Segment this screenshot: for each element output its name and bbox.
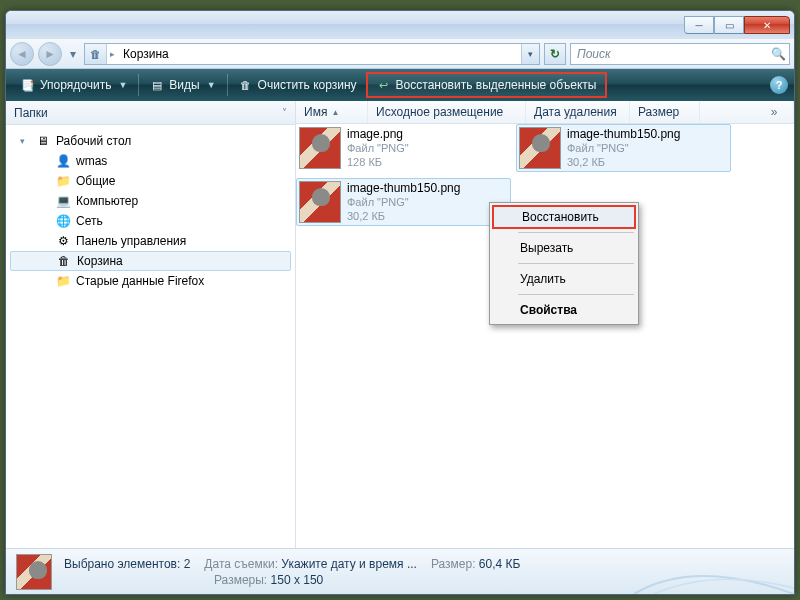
address-bar[interactable]: 🗑 ▸ Корзина ▾ [84, 43, 540, 65]
back-button[interactable]: ◄ [10, 42, 34, 66]
file-type: Файл "PNG" [567, 141, 680, 155]
selection-thumbnail [16, 554, 52, 590]
separator [518, 263, 634, 264]
cpanel-icon: ⚙ [55, 233, 71, 249]
file-size: 128 КБ [347, 155, 409, 169]
column-headers: Имя Исходное размещение Дата удаления Ра… [296, 101, 794, 124]
refresh-button[interactable]: ↻ [544, 43, 566, 65]
restore-icon: ↩ [377, 78, 391, 92]
date-taken-label: Дата съемки: [204, 557, 278, 571]
recycle-icon: 🗑 [56, 253, 72, 269]
empty-bin-label: Очистить корзину [258, 78, 357, 92]
separator [518, 232, 634, 233]
file-type: Файл "PNG" [347, 141, 409, 155]
decorative-swoosh [634, 548, 794, 594]
public-icon: 📁 [55, 173, 71, 189]
ctx-delete[interactable]: Удалить [492, 267, 636, 291]
restore-selected-label: Восстановить выделенные объекты [396, 78, 597, 92]
search-input[interactable]: Поиск 🔍 [570, 43, 790, 65]
col-more[interactable]: » [700, 101, 794, 123]
titlebar[interactable]: ─ ▭ ✕ [6, 11, 794, 39]
user-icon: 👤 [55, 153, 71, 169]
file-name: image-thumb150.png [567, 127, 680, 141]
separator [138, 74, 139, 96]
empty-bin-button[interactable]: 🗑 Очистить корзину [230, 72, 366, 98]
breadcrumb-chevron-icon[interactable]: ▸ [107, 49, 117, 59]
file-thumbnail [299, 181, 341, 223]
search-placeholder: Поиск [577, 47, 611, 61]
tree-item-desktop[interactable]: ▾🖥Рабочий стол [10, 131, 291, 151]
size-label: Размер: [431, 557, 476, 571]
close-button[interactable]: ✕ [744, 16, 790, 34]
views-label: Виды [169, 78, 199, 92]
expand-icon[interactable]: ▾ [20, 136, 30, 146]
file-size: 30,2 КБ [347, 209, 460, 223]
restore-selected-button[interactable]: ↩ Восстановить выделенные объекты [366, 72, 608, 98]
organize-icon: 📑 [21, 78, 35, 92]
desktop-icon: 🖥 [35, 133, 51, 149]
file-list[interactable]: image-thumb150.pngФайл "PNG"30,2 КБimage… [296, 124, 794, 548]
ctx-restore[interactable]: Восстановить [492, 205, 636, 229]
explorer-window: ─ ▭ ✕ ◄ ► ▾ 🗑 ▸ Корзина ▾ ↻ Поиск 🔍 📑 Уп… [5, 10, 795, 595]
folders-pane: Папки ˅ ▾🖥Рабочий стол👤wmas📁Общие💻Компью… [6, 101, 296, 548]
file-type: Файл "PNG" [347, 195, 460, 209]
recycle-bin-icon: 🗑 [85, 44, 107, 64]
context-menu: Восстановить Вырезать Удалить Свойства [489, 202, 639, 325]
tree-item-user[interactable]: 👤wmas [10, 151, 291, 171]
command-bar: 📑 Упорядочить ▼ ▤ Виды ▼ 🗑 Очистить корз… [6, 69, 794, 101]
file-name: image-thumb150.png [347, 181, 460, 195]
col-size[interactable]: Размер [630, 101, 700, 123]
search-icon[interactable]: 🔍 [767, 44, 789, 64]
dimensions-value: 150 x 150 [271, 573, 324, 587]
navigation-bar: ◄ ► ▾ 🗑 ▸ Корзина ▾ ↻ Поиск 🔍 [6, 39, 794, 69]
views-button[interactable]: ▤ Виды ▼ [141, 72, 224, 98]
minimize-button[interactable]: ─ [684, 16, 714, 34]
chevron-down-icon: ▼ [118, 80, 127, 90]
tree-item-public[interactable]: 📁Общие [10, 171, 291, 191]
separator [518, 294, 634, 295]
more-columns-icon[interactable]: » [763, 101, 785, 123]
forward-button[interactable]: ► [38, 42, 62, 66]
history-dropdown[interactable]: ▾ [66, 42, 80, 66]
file-thumbnail [299, 127, 341, 169]
tree-item-label: Старые данные Firefox [76, 274, 204, 288]
tree-item-label: wmas [76, 154, 107, 168]
empty-bin-icon: 🗑 [239, 78, 253, 92]
file-item[interactable]: image-thumb150.pngФайл "PNG"30,2 КБ [516, 124, 731, 172]
file-thumbnail [519, 127, 561, 169]
network-icon: 🌐 [55, 213, 71, 229]
separator [227, 74, 228, 96]
tree-item-label: Рабочий стол [56, 134, 131, 148]
tree-item-label: Панель управления [76, 234, 186, 248]
tree-item-recycle[interactable]: 🗑Корзина [10, 251, 291, 271]
tree-item-label: Компьютер [76, 194, 138, 208]
dimensions-label: Размеры: [214, 573, 267, 587]
tree-item-cpanel[interactable]: ⚙Панель управления [10, 231, 291, 251]
tree-item-computer[interactable]: 💻Компьютер [10, 191, 291, 211]
collapse-icon[interactable]: ˅ [282, 107, 287, 118]
tree-item-label: Общие [76, 174, 115, 188]
folders-header[interactable]: Папки ˅ [6, 101, 295, 125]
file-item[interactable]: image.pngФайл "PNG"128 КБ [296, 124, 511, 172]
views-icon: ▤ [150, 78, 164, 92]
ctx-cut[interactable]: Вырезать [492, 236, 636, 260]
file-area: Имя Исходное размещение Дата удаления Ра… [296, 101, 794, 548]
tree-item-folder[interactable]: 📁Старые данные Firefox [10, 271, 291, 291]
col-original-location[interactable]: Исходное размещение [368, 101, 526, 123]
folders-title: Папки [14, 106, 48, 120]
organize-label: Упорядочить [40, 78, 111, 92]
chevron-down-icon: ▼ [207, 80, 216, 90]
maximize-button[interactable]: ▭ [714, 16, 744, 34]
address-dropdown[interactable]: ▾ [521, 44, 539, 64]
organize-button[interactable]: 📑 Упорядочить ▼ [12, 72, 136, 98]
col-name[interactable]: Имя [296, 101, 368, 123]
folder-icon: 📁 [55, 273, 71, 289]
tree-item-network[interactable]: 🌐Сеть [10, 211, 291, 231]
file-size: 30,2 КБ [567, 155, 680, 169]
col-delete-date[interactable]: Дата удаления [526, 101, 630, 123]
ctx-properties[interactable]: Свойства [492, 298, 636, 322]
breadcrumb[interactable]: Корзина [117, 47, 175, 61]
file-item[interactable]: image-thumb150.pngФайл "PNG"30,2 КБ [296, 178, 511, 226]
date-taken-value[interactable]: Укажите дату и время ... [281, 557, 417, 571]
help-button[interactable]: ? [770, 76, 788, 94]
